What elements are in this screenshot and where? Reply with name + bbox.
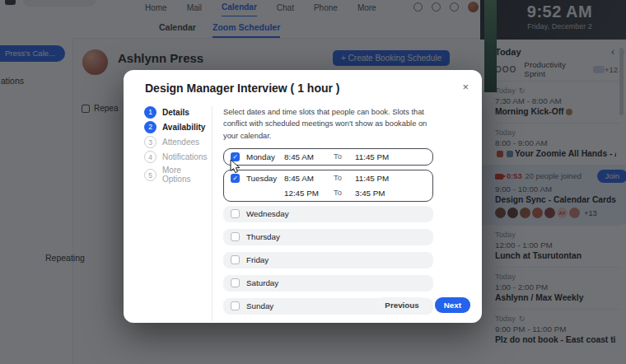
step-label: Attendees (162, 138, 199, 147)
thursday-checkbox[interactable] (231, 232, 240, 241)
booking-schedule-modal: Design Manager Interview ( 1 hour ) × 1D… (124, 70, 482, 323)
day-label: Wednesday (246, 208, 284, 219)
step-label: Availability (162, 123, 205, 132)
day-row-monday[interactable]: ✓Monday8:45 AMTo11:45 PM (223, 148, 433, 166)
day-label: Friday (246, 254, 284, 265)
step-number: 2 (144, 121, 156, 133)
day-row-tuesday[interactable]: ✓Tuesday8:45 AMTo11:45 PM12:45 PMTo3:45 … (223, 170, 433, 202)
step-label: Notifications (162, 152, 207, 161)
to-label: To (334, 188, 355, 198)
start-time[interactable]: 8:45 AM (284, 173, 334, 184)
time-slot: 8:45 AMTo11:45 PM (284, 152, 389, 162)
day-list: ✓Monday8:45 AMTo11:45 PM✓Tuesday8:45 AMT… (223, 148, 441, 315)
time-slot: 12:45 PMTo3:45 PM (284, 188, 389, 198)
end-time[interactable]: 3:45 PM (355, 188, 385, 198)
step-number: 3 (144, 136, 156, 148)
availability-description: Select dates and time slots that people … (223, 106, 441, 142)
step-more-options[interactable]: 5More Options (144, 166, 212, 184)
next-button[interactable]: Next (435, 297, 470, 313)
previous-button[interactable]: Previous (376, 297, 427, 313)
step-number: 4 (144, 151, 156, 163)
modal-body: 1Details2Availability3Attendees4Notifica… (124, 106, 482, 321)
day-label: Saturday (246, 278, 284, 288)
app-root: HomeMailCalendarChatPhoneMore Calendar Z… (0, 0, 626, 364)
step-notifications[interactable]: 4Notifications (144, 151, 212, 163)
wednesday-checkbox[interactable] (231, 209, 240, 218)
step-label: Details (162, 108, 189, 117)
friday-checkbox[interactable] (231, 255, 240, 264)
day-label: Tuesday (246, 173, 284, 184)
step-number: 5 (144, 169, 156, 181)
step-attendees[interactable]: 3Attendees (144, 136, 212, 148)
start-time[interactable]: 8:45 AM (284, 152, 334, 162)
time-slots: 8:45 AMTo11:45 PM (284, 152, 389, 162)
step-number: 1 (144, 106, 156, 119)
modal-footer: Previous Next (376, 297, 470, 313)
end-time[interactable]: 11:45 PM (355, 173, 389, 184)
to-label: To (334, 152, 355, 162)
step-label: More Options (162, 166, 212, 184)
sunday-checkbox[interactable] (231, 301, 240, 310)
tuesday-checkbox[interactable]: ✓ (231, 174, 240, 183)
modal-title: Design Manager Interview ( 1 hour ) (145, 82, 340, 95)
to-label: To (334, 173, 355, 184)
time-slots: 8:45 AMTo11:45 PM12:45 PMTo3:45 PM (284, 173, 389, 198)
availability-panel: Select dates and time slots that people … (213, 106, 441, 321)
start-time[interactable]: 12:45 PM (284, 188, 334, 198)
day-label: Thursday (246, 231, 284, 242)
end-time[interactable]: 11:45 PM (355, 152, 389, 162)
day-row-saturday[interactable]: Saturday (223, 275, 433, 292)
day-label: Sunday (246, 301, 284, 311)
step-availability[interactable]: 2Availability (144, 121, 212, 133)
wizard-steps: 1Details2Availability3Attendees4Notifica… (124, 106, 212, 321)
day-row-wednesday[interactable]: Wednesday (223, 206, 433, 222)
mouse-cursor (230, 159, 243, 174)
day-row-friday[interactable]: Friday (223, 252, 433, 268)
close-icon[interactable]: × (462, 82, 469, 93)
step-details[interactable]: 1Details (144, 106, 212, 119)
time-slot: 8:45 AMTo11:45 PM (284, 173, 389, 184)
day-label: Monday (246, 152, 284, 162)
saturday-checkbox[interactable] (231, 278, 240, 287)
day-row-thursday[interactable]: Thursday (223, 229, 433, 245)
modal-header: Design Manager Interview ( 1 hour ) × (124, 70, 482, 95)
